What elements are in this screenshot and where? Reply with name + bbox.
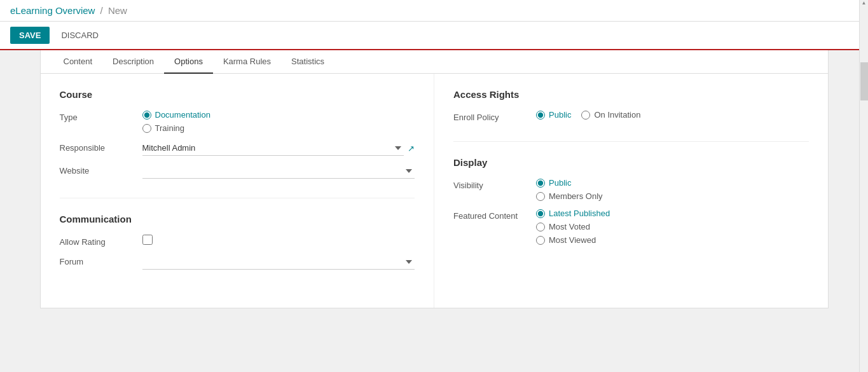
enroll-policy-value: Public On Invitation [536,110,809,120]
type-documentation-label: Documentation [155,110,210,120]
visibility-public-option[interactable]: Public [536,178,809,188]
featured-most-voted-label: Most Voted [549,222,590,231]
breadcrumb: eLearning Overview / New [10,5,127,16]
visibility-value: Public Members Only [536,178,809,201]
visibility-field-row: Visibility Public Members Only [453,178,809,201]
display-section-title: Display [453,157,809,168]
enroll-invitation-option[interactable]: On Invitation [581,110,640,120]
enroll-invitation-radio[interactable] [581,111,590,120]
website-select-wrapper [142,163,415,179]
enroll-policy-options: Public On Invitation [536,110,809,120]
divider-1 [60,198,415,198]
enroll-invitation-label: On Invitation [594,110,640,120]
forum-field-row: Forum [60,254,415,270]
form-two-col: Course Type Documentation [41,74,828,308]
scrollbar-track[interactable]: ▲ [859,0,868,365]
access-rights-section-title: Access Rights [453,89,809,100]
allow-rating-field-row: Allow Rating [60,235,415,247]
divider-2 [453,141,809,142]
visibility-label: Visibility [453,178,536,190]
top-bar: eLearning Overview / New [0,0,868,22]
forum-label: Forum [60,254,142,266]
visibility-public-radio[interactable] [536,179,545,188]
visibility-radio-group: Public Members Only [536,178,809,201]
responsible-value: Mitchell Admin ↗ [142,141,415,156]
allow-rating-value [142,235,415,247]
action-bar: SAVE DISCARD [0,22,868,50]
type-field-row: Type Documentation Training [60,110,415,133]
website-label: Website [60,163,142,176]
responsible-select[interactable]: Mitchell Admin [142,141,404,156]
breadcrumb-current: New [108,5,127,16]
scroll-up-button[interactable]: ▲ [860,0,868,5]
right-column: Access Rights Enroll Policy Public [434,74,828,308]
forum-select[interactable] [142,254,415,270]
featured-content-radio-group: Latest Published Most Voted Most Viewed [536,209,809,245]
left-column: Course Type Documentation [41,74,435,308]
featured-most-viewed-label: Most Viewed [549,235,596,245]
featured-most-viewed-option[interactable]: Most Viewed [536,235,809,245]
form-card: Content Description Options Karma Rules … [40,50,829,308]
featured-latest-option[interactable]: Latest Published [536,209,809,218]
featured-content-label: Featured Content [453,209,536,221]
communication-section: Communication Allow Rating Forum [60,214,415,270]
communication-section-title: Communication [60,214,415,224]
responsible-select-wrapper: Mitchell Admin ↗ [142,141,415,156]
website-value [142,163,415,179]
tab-description[interactable]: Description [102,50,164,74]
type-label: Type [60,110,142,122]
tab-content[interactable]: Content [53,50,103,74]
forum-select-wrapper [142,254,415,270]
type-value: Documentation Training [142,110,415,133]
main-content: Content Description Options Karma Rules … [0,50,868,365]
enroll-public-option[interactable]: Public [536,110,571,120]
course-section-title: Course [60,89,415,100]
enroll-public-label: Public [549,110,571,120]
allow-rating-label: Allow Rating [60,235,142,247]
type-documentation-option[interactable]: Documentation [142,110,415,120]
visibility-public-label: Public [549,178,571,188]
featured-latest-label: Latest Published [549,209,610,218]
type-training-label: Training [155,123,184,133]
type-documentation-radio[interactable] [142,111,151,120]
website-field-row: Website [60,163,415,179]
allow-rating-checkbox[interactable] [142,235,153,245]
enroll-policy-label: Enroll Policy [453,110,536,122]
type-radio-group: Documentation Training [142,110,415,133]
tab-options[interactable]: Options [164,50,213,74]
access-rights-section: Access Rights Enroll Policy Public [453,89,809,122]
visibility-members-radio[interactable] [536,192,545,201]
enroll-policy-field-row: Enroll Policy Public On Invitation [453,110,809,122]
type-training-radio[interactable] [142,124,151,133]
course-section: Course Type Documentation [60,89,415,179]
featured-most-viewed-radio[interactable] [536,236,545,245]
featured-most-voted-option[interactable]: Most Voted [536,222,809,231]
display-section: Display Visibility Public [453,157,809,245]
featured-most-voted-radio[interactable] [536,223,545,231]
breadcrumb-separator: / [100,5,103,16]
type-training-option[interactable]: Training [142,123,415,133]
visibility-members-label: Members Only [549,191,603,201]
save-button[interactable]: SAVE [10,27,50,44]
responsible-label: Responsible [60,141,142,153]
responsible-external-link-icon[interactable]: ↗ [408,144,415,153]
breadcrumb-parent[interactable]: eLearning Overview [10,5,95,16]
scroll-up-icon: ▲ [862,0,867,6]
featured-content-value: Latest Published Most Voted Most Viewed [536,209,809,245]
tab-karma-rules[interactable]: Karma Rules [213,50,281,74]
featured-latest-radio[interactable] [536,209,545,218]
tabs-bar: Content Description Options Karma Rules … [41,50,828,74]
visibility-members-option[interactable]: Members Only [536,191,809,201]
forum-value [142,254,415,270]
enroll-public-radio[interactable] [536,111,545,120]
scrollbar-thumb[interactable] [860,62,868,100]
website-select[interactable] [142,163,415,179]
featured-content-field-row: Featured Content Latest Published Most V… [453,209,809,245]
tab-statistics[interactable]: Statistics [281,50,334,74]
discard-button[interactable]: DISCARD [55,27,105,44]
responsible-field-row: Responsible Mitchell Admin ↗ [60,141,415,156]
